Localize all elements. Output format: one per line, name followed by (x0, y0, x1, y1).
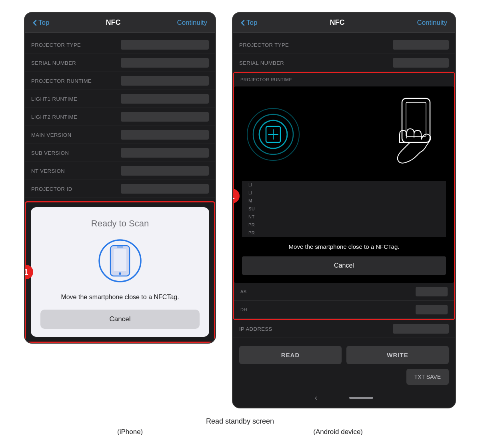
row-label: PROJECTOR RUNTIME (31, 78, 92, 84)
android-dialog-wrapper: 1 PROJECTOR RUNTIME (233, 72, 455, 320)
caption-iphone: (iPhone) (117, 428, 143, 436)
table-row: PROJECTOR RUNTIME (25, 72, 215, 90)
iphone-red-border: 1 Ready to Scan (25, 201, 215, 343)
table-row: LIGHT1 RUNTIME (25, 90, 215, 108)
iphone-back-button[interactable]: Top (33, 19, 49, 27)
row-value (416, 305, 448, 314)
android-nfc-overlay: LI LI M SU (234, 86, 454, 283)
android-home-indicator (349, 397, 373, 399)
svg-rect-2 (114, 249, 126, 271)
row-value (121, 184, 209, 194)
android-back-label: Top (246, 19, 257, 27)
table-row: DH (234, 301, 454, 319)
table-row: SERIAL NUMBER (233, 54, 455, 72)
android-nfc-graphic (242, 94, 446, 174)
table-row: PR (248, 221, 440, 229)
row-label: NT (248, 214, 255, 219)
android-nfc-circles-svg (246, 98, 310, 170)
row-label: MAIN VERSION (31, 132, 72, 138)
table-row: AS (234, 283, 454, 301)
row-label: M (248, 198, 252, 203)
nfc-phone-svg (96, 237, 144, 285)
table-row: IP ADDRESS (233, 320, 455, 338)
row-value (393, 324, 449, 334)
iphone-screen: Top NFC Continuity PROJECTOR TYPE SERIAL… (24, 12, 216, 344)
android-section: Top NFC Continuity PROJECTOR TYPE SERIAL… (232, 12, 456, 408)
row-value (121, 112, 209, 122)
iphone-back-label: Top (38, 19, 49, 27)
table-row: SUB VERSION (25, 144, 215, 162)
android-back-nav-icon[interactable]: ‹ (315, 394, 317, 402)
row-label: LI (248, 190, 252, 195)
row-label: PR (248, 222, 255, 227)
row-label: PROJECTOR ID (31, 186, 72, 192)
table-row: PROJECTOR TYPE (233, 36, 455, 54)
write-button[interactable]: WRITE (346, 346, 449, 364)
row-value (393, 58, 449, 68)
row-label: SERIAL NUMBER (239, 60, 284, 66)
ios-ready-to-scan-dialog: Ready to Scan Move the smartphone (31, 207, 209, 337)
row-value (121, 58, 209, 68)
android-back-button[interactable]: Top (241, 19, 257, 27)
txt-save-row: TXT SAVE (233, 369, 455, 390)
android-nav-title: NFC (330, 18, 344, 27)
row-label: PROJECTOR TYPE (31, 42, 81, 48)
table-row: LI (248, 189, 440, 197)
android-bottom-nav: ‹ (233, 390, 455, 408)
svg-point-3 (119, 272, 121, 275)
iphone-nav-bar: Top NFC Continuity (25, 13, 215, 33)
ios-cancel-button[interactable]: Cancel (40, 310, 200, 329)
table-row: SERIAL NUMBER (25, 54, 215, 72)
android-info-list: PROJECTOR TYPE SERIAL NUMBER 1 (233, 33, 455, 341)
read-button[interactable]: READ (239, 346, 342, 364)
table-row: SU (248, 205, 440, 213)
android-screen: Top NFC Continuity PROJECTOR TYPE SERIAL… (232, 12, 456, 408)
android-nfc-message: Move the smartphone close to a NFCTag. (289, 243, 400, 250)
android-cancel-button[interactable]: Cancel (242, 256, 446, 275)
ios-phone-icon (96, 237, 144, 285)
row-value (121, 130, 209, 140)
row-label: LIGHT1 RUNTIME (31, 96, 77, 102)
android-nav-right: Continuity (417, 19, 447, 27)
row-value (121, 148, 209, 158)
table-row: PROJECTOR ID (25, 180, 215, 198)
table-row: NT VERSION (25, 162, 215, 180)
dialog-message: Move the smartphone close to a NFCTag. (61, 293, 179, 302)
dialog-title: Ready to Scan (91, 218, 149, 229)
row-label: PR (248, 230, 255, 235)
table-row: PROJECTOR TYPE (25, 36, 215, 54)
row-label: PROJECTOR TYPE (239, 42, 289, 48)
android-nav-bar: Top NFC Continuity (233, 13, 455, 33)
caption-main: Read standby screen (0, 417, 480, 426)
table-row: PROJECTOR RUNTIME (234, 73, 454, 86)
iphone-info-list: PROJECTOR TYPE SERIAL NUMBER PROJECTOR R… (25, 33, 215, 201)
row-value (121, 76, 209, 86)
table-row: PR (248, 229, 440, 237)
captions-area: Read standby screen (iPhone) (Android de… (0, 412, 480, 444)
android-phone-hand-svg (374, 94, 446, 174)
table-row: M (248, 197, 440, 205)
row-value (121, 94, 209, 104)
caption-android: (Android device) (313, 428, 363, 436)
row-value (393, 40, 449, 50)
table-row: LI (248, 181, 440, 189)
row-value (121, 166, 209, 176)
row-label: AS (240, 289, 247, 294)
row-label: IP ADDRESS (239, 326, 272, 332)
iphone-dialog-wrapper: 1 Ready to Scan (25, 201, 215, 343)
txt-save-button[interactable]: TXT SAVE (406, 369, 449, 385)
iphone-section: Top NFC Continuity PROJECTOR TYPE SERIAL… (24, 12, 216, 408)
row-label: DH (240, 307, 247, 312)
row-label: SUB VERSION (31, 150, 69, 156)
row-label: PROJECTOR RUNTIME (240, 77, 292, 82)
row-label: NT VERSION (31, 168, 65, 174)
row-label: SERIAL NUMBER (31, 60, 76, 66)
row-label: LIGHT2 RUNTIME (31, 114, 77, 120)
table-row: NT (248, 213, 440, 221)
svg-rect-12 (406, 102, 426, 136)
row-value (121, 40, 209, 50)
row-label: LI (248, 182, 252, 187)
iphone-nav-title: NFC (106, 18, 120, 27)
android-bottom-buttons: READ WRITE (233, 341, 455, 369)
caption-sub-row: (iPhone) (Android device) (0, 426, 480, 436)
